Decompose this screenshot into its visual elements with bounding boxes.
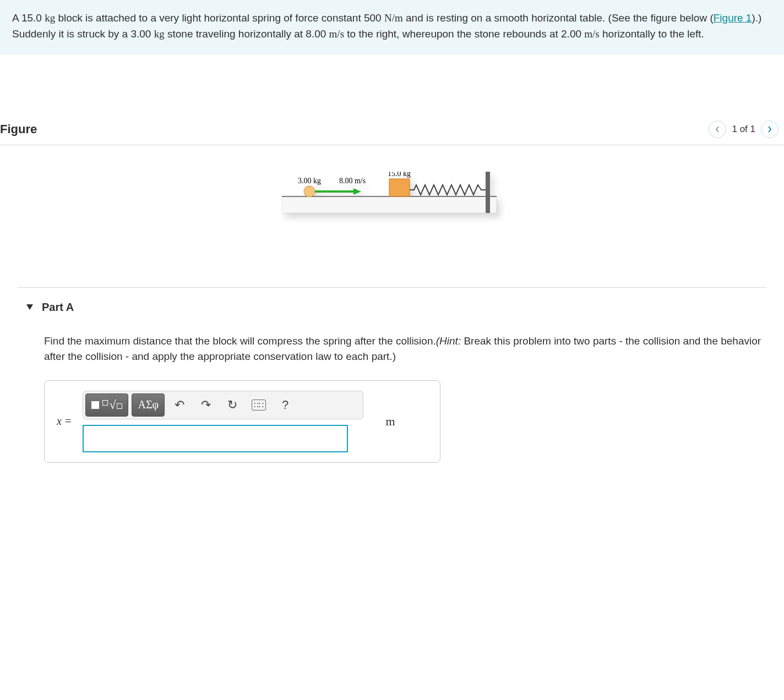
figure-nav: 1 of 1 <box>709 121 778 138</box>
undo-icon: ↶ <box>175 398 184 412</box>
part-a-toggle[interactable]: Part A <box>18 288 766 327</box>
greek-label: ΑΣφ <box>138 398 159 411</box>
chevron-left-icon <box>715 125 720 133</box>
text: horizontally to the left. <box>600 28 704 40</box>
hint-label: (Hint: <box>436 335 461 347</box>
answer-variable: x = <box>57 415 72 428</box>
block-mass-label: 15.0 kg <box>388 172 411 178</box>
reset-button[interactable]: ↻ <box>221 393 244 417</box>
svg-marker-5 <box>353 188 361 195</box>
stone-vel-label: 8.00 m/s <box>339 177 366 185</box>
answer-input[interactable] <box>83 425 348 452</box>
reset-icon: ↻ <box>227 398 237 412</box>
formula-icon: √ <box>102 398 122 412</box>
figure-title: Figure <box>0 122 37 136</box>
text: and is resting on a smooth horizontal ta… <box>403 12 714 24</box>
svg-rect-0 <box>282 196 497 213</box>
figure-link[interactable]: Figure 1 <box>714 12 752 24</box>
templates-button[interactable]: √ <box>85 393 128 417</box>
stone-mass-label: 3.00 kg <box>298 177 321 185</box>
undo-button[interactable]: ↶ <box>168 393 191 417</box>
unit-ms: m/s <box>329 28 344 40</box>
help-button[interactable]: ? <box>274 393 297 417</box>
unit-nm: N/m <box>384 12 403 24</box>
next-figure-button[interactable] <box>761 121 778 138</box>
text: block is attached to a very light horizo… <box>55 12 384 24</box>
svg-rect-3 <box>389 179 410 196</box>
text: stone traveling horizontally at 8.00 <box>165 28 329 40</box>
figure-counter: 1 of 1 <box>732 124 755 135</box>
text: to the right, whereupon the stone reboun… <box>344 28 584 40</box>
unit-ms: m/s <box>584 28 599 40</box>
answer-box: x = √ ΑΣφ ↶ <box>44 380 440 463</box>
keyboard-button[interactable]: ∷∷ <box>247 393 270 417</box>
part-a-question: Find the maximum distance that the block… <box>44 333 766 365</box>
problem-statement: A 15.0 kg block is attached to a very li… <box>0 0 784 54</box>
figure-section: Figure 1 of 1 15.0 kg <box>0 54 784 287</box>
answer-unit: m <box>385 414 395 429</box>
part-a-title: Part A <box>42 301 74 314</box>
figure-diagram: 15.0 kg 3.00 kg 8.00 m/s <box>282 172 502 221</box>
redo-button[interactable]: ↷ <box>194 393 217 417</box>
equation-toolbar: √ ΑΣφ ↶ ↷ ↻ <box>83 391 363 419</box>
svg-point-6 <box>304 186 315 197</box>
unit-kg: kg <box>45 12 55 24</box>
square-icon <box>91 401 99 409</box>
unit-kg: kg <box>154 28 165 40</box>
greek-button[interactable]: ΑΣφ <box>132 393 165 417</box>
chevron-right-icon <box>767 125 772 133</box>
svg-rect-2 <box>486 172 490 213</box>
text: A 15.0 <box>12 12 45 24</box>
part-a-section: Part A Find the maximum distance that th… <box>18 287 766 479</box>
help-icon: ? <box>282 398 288 412</box>
redo-icon: ↷ <box>201 398 211 412</box>
keyboard-icon: ∷∷ <box>252 400 266 411</box>
text: Find the maximum distance that the block… <box>44 335 436 347</box>
caret-down-icon <box>26 304 33 310</box>
prev-figure-button[interactable] <box>709 121 726 138</box>
